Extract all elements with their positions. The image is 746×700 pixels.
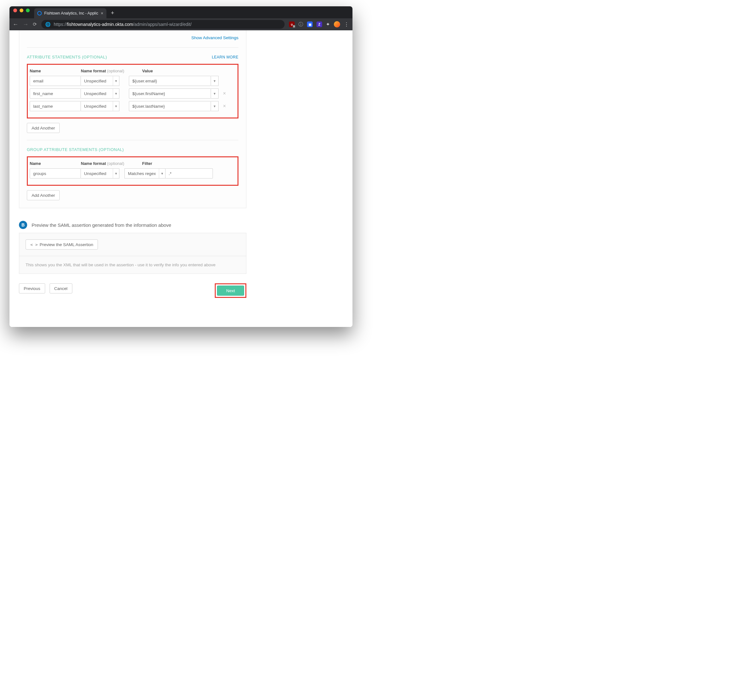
chevron-down-icon: ▼ bbox=[213, 105, 217, 108]
attr-value-input[interactable]: ${user.firstName} bbox=[129, 89, 211, 99]
saml-settings-panel: Show Advanced Settings ATTRIBUTE STATEME… bbox=[19, 30, 246, 208]
group-filter-value-input[interactable]: .* bbox=[165, 169, 213, 179]
group-attribute-statements-header: GROUP ATTRIBUTE STATEMENTS (OPTIONAL) bbox=[27, 147, 238, 152]
maximize-window-button[interactable] bbox=[26, 9, 30, 12]
toolbar-extensions: υ ⓘ ▣ Z ✦ ⋮ bbox=[289, 21, 349, 27]
section-badge: B bbox=[19, 221, 27, 229]
attr-row: first_name Unspecified▼ ${user.firstName… bbox=[30, 89, 236, 99]
next-button-highlight: Next bbox=[215, 283, 246, 298]
attr-row: email Unspecified▼ ${user.email} ▼ bbox=[30, 76, 236, 86]
preview-saml-assertion-button[interactable]: < > Preview the SAML Assertion bbox=[26, 239, 98, 250]
show-advanced-settings-link[interactable]: Show Advanced Settings bbox=[191, 35, 238, 40]
footer-buttons: Previous Cancel Next bbox=[19, 283, 246, 298]
tab-title: Fishtown Analytics, Inc - Applic bbox=[44, 11, 98, 15]
attr-value-input[interactable]: ${user.email} bbox=[129, 76, 211, 86]
group-attribute-statements-highlight: Name Name format (optional) Filter group… bbox=[27, 157, 238, 186]
attr-format-select[interactable]: Unspecified▼ bbox=[81, 101, 119, 111]
attr-name-input[interactable]: last_name bbox=[30, 101, 81, 111]
attr-column-headers: Name Name format (optional) Value bbox=[30, 67, 236, 76]
z-extension-icon[interactable]: Z bbox=[316, 21, 322, 27]
group-row: groups Unspecified▼ Matches regex▼ .* bbox=[30, 169, 236, 179]
previous-button[interactable]: Previous bbox=[19, 283, 45, 294]
cancel-button[interactable]: Cancel bbox=[50, 283, 72, 294]
chevron-down-icon: ▼ bbox=[213, 79, 217, 83]
attr-format-select[interactable]: Unspecified▼ bbox=[81, 89, 119, 99]
browser-menu-button[interactable]: ⋮ bbox=[344, 21, 349, 27]
okta-favicon-icon bbox=[37, 11, 42, 15]
preview-section-header: B Preview the SAML assertion generated f… bbox=[19, 221, 246, 229]
remove-row-icon[interactable]: × bbox=[223, 103, 226, 109]
profile-avatar[interactable] bbox=[334, 21, 340, 27]
remove-row-icon[interactable]: × bbox=[223, 91, 226, 96]
window-controls bbox=[13, 6, 30, 18]
group-name-input[interactable]: groups bbox=[30, 169, 81, 179]
add-another-group-button[interactable]: Add Another bbox=[27, 190, 60, 200]
attr-value-dropdown[interactable]: ▼ bbox=[211, 89, 218, 99]
back-button[interactable]: ← bbox=[13, 21, 18, 28]
browser-window: Fishtown Analytics, Inc - Applic × + ← →… bbox=[9, 6, 352, 327]
preview-hint-text: This shows you the XML that will be used… bbox=[19, 256, 246, 274]
extensions-button[interactable]: ✦ bbox=[326, 21, 330, 27]
attr-row: last_name Unspecified▼ ${user.lastName} … bbox=[30, 101, 236, 111]
attribute-statements-highlight: Name Name format (optional) Value email … bbox=[27, 64, 238, 119]
add-another-attribute-button[interactable]: Add Another bbox=[27, 123, 60, 133]
minimize-window-button[interactable] bbox=[20, 9, 23, 12]
chevron-down-icon: ▼ bbox=[113, 76, 119, 86]
titlebar: Fishtown Analytics, Inc - Applic × + bbox=[9, 6, 352, 18]
page-content: Show Advanced Settings ATTRIBUTE STATEME… bbox=[9, 30, 352, 327]
attr-name-input[interactable]: email bbox=[30, 76, 81, 86]
new-tab-button[interactable]: + bbox=[107, 10, 119, 18]
chevron-down-icon: ▼ bbox=[113, 101, 119, 111]
zoom-extension-icon[interactable]: ▣ bbox=[307, 21, 313, 27]
attr-name-input[interactable]: first_name bbox=[30, 89, 81, 99]
next-button[interactable]: Next bbox=[217, 286, 244, 296]
globe-icon: 🌐 bbox=[45, 22, 51, 27]
browser-tab[interactable]: Fishtown Analytics, Inc - Applic × bbox=[34, 8, 107, 18]
browser-toolbar: ← → ⟳ 🌐 https://fishtownanalytics-admin.… bbox=[9, 18, 352, 30]
ublock-extension-icon[interactable]: υ bbox=[289, 21, 295, 27]
chevron-down-icon: ▼ bbox=[113, 169, 119, 178]
preview-section-title: Preview the SAML assertion generated fro… bbox=[32, 222, 171, 228]
attribute-statements-header: ATTRIBUTE STATEMENTS (OPTIONAL) LEARN MO… bbox=[27, 55, 238, 59]
url-text: https://fishtownanalytics-admin.okta.com… bbox=[54, 22, 192, 27]
attr-format-select[interactable]: Unspecified▼ bbox=[81, 76, 119, 86]
chevron-down-icon: ▼ bbox=[213, 92, 217, 95]
close-window-button[interactable] bbox=[13, 9, 17, 12]
forward-button[interactable]: → bbox=[23, 21, 29, 28]
group-column-headers: Name Name format (optional) Filter bbox=[30, 160, 236, 169]
chevron-down-icon: ▼ bbox=[159, 169, 165, 178]
address-bar[interactable]: 🌐 https://fishtownanalytics-admin.okta.c… bbox=[41, 20, 284, 29]
reload-button[interactable]: ⟳ bbox=[33, 21, 37, 27]
learn-more-link[interactable]: LEARN MORE bbox=[212, 55, 238, 59]
group-format-select[interactable]: Unspecified▼ bbox=[81, 169, 119, 179]
attr-value-input[interactable]: ${user.lastName} bbox=[129, 101, 211, 111]
attr-value-dropdown[interactable]: ▼ bbox=[211, 101, 218, 111]
code-icon: < > bbox=[30, 242, 38, 247]
preview-panel: < > Preview the SAML Assertion This show… bbox=[19, 233, 246, 274]
close-tab-icon[interactable]: × bbox=[101, 11, 103, 16]
chevron-down-icon: ▼ bbox=[113, 89, 119, 98]
attr-value-dropdown[interactable]: ▼ bbox=[211, 76, 218, 86]
info-extension-icon[interactable]: ⓘ bbox=[298, 21, 303, 27]
group-filter-type-select[interactable]: Matches regex▼ bbox=[125, 169, 165, 179]
